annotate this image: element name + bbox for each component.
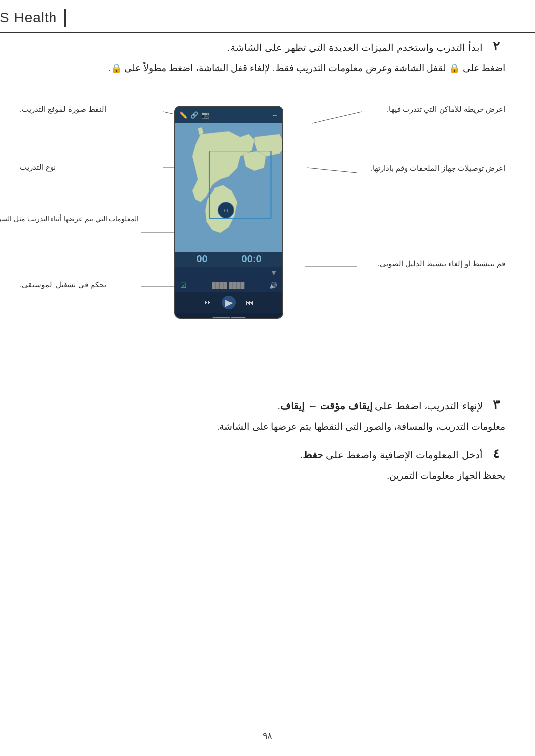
step-3-line: لإنهاء التدريب، اضغط على إيقاف مؤقت ← إي… — [30, 398, 505, 414]
main-content: ابدأ التدرب واستخدم الميزات العديدة التي… — [0, 0, 535, 513]
prev-icon: ⏮ — [246, 298, 254, 307]
step-3-bold1: إيقاف مؤقت — [320, 401, 373, 411]
step-4-bold: حفظ. — [300, 450, 323, 460]
edit-icon: ✏️ — [179, 111, 187, 119]
page-number: ٩٨ — [263, 730, 272, 741]
song-name: ████ █████ — [213, 317, 246, 319]
lock-icon-2: 🔒 — [111, 63, 122, 73]
step-3-main-text: لإنهاء التدريب، اضغط على إيقاف مؤقت ← إي… — [278, 398, 482, 414]
annotation-info-label: المعلومات التي يتم عرضها أثناء التدريب م… — [20, 214, 139, 224]
annotation-type-label: نوع التدريب — [20, 163, 56, 172]
step-2-sub-part2: لقفل الشاشة وعرض معلومات التدريب فقط. لإ… — [122, 63, 449, 73]
svg-line-2 — [307, 168, 357, 173]
step-3-arrow: ← — [305, 401, 320, 411]
step-2-block: ابدأ التدرب واستخدم الميزات العديدة التي… — [30, 40, 505, 76]
step-4-number: ٤ — [487, 446, 505, 461]
phone-audio-row: 🔊 ████ ████ ☑ — [175, 279, 282, 292]
step-4-main-text: أدخل المعلومات الإضافية واضغط على حفظ. — [300, 447, 482, 463]
phone-screen: ← 📷 🔗 ✏️ — [174, 106, 283, 319]
svg-text:⊙: ⊙ — [224, 208, 228, 214]
stat-1: 00:0 — [242, 253, 262, 265]
step-3-number: ٣ — [487, 397, 505, 412]
step-2-line: ابدأ التدرب واستخدم الميزات العديدة التي… — [30, 40, 505, 55]
phone-top-bar: ← 📷 🔗 ✏️ — [175, 107, 282, 123]
map-area: ⊙ — [175, 123, 282, 252]
audio-check: ☑ — [180, 281, 187, 289]
audio-label: ████ ████ — [212, 282, 244, 288]
svg-line-0 — [312, 112, 362, 123]
phone-dropdown-row: ▼ — [175, 267, 282, 279]
back-icon: ← — [272, 111, 278, 119]
next-icon: ⏭ — [204, 298, 212, 307]
phone-controls: ⏮ ▶ ⏭ — [175, 292, 282, 313]
step-2-main-text: ابدأ التدرب واستخدم الميزات العديدة التي… — [227, 40, 482, 55]
phone-song-row: ████ █████ — [175, 313, 282, 319]
diagram-area: ← 📷 🔗 ✏️ — [20, 91, 505, 378]
step-3-bold2: إيقاف — [280, 401, 305, 411]
step-3-block: لإنهاء التدريب، اضغط على إيقاف مؤقت ← إي… — [30, 398, 505, 435]
phone-top-left-icons: ← — [272, 111, 278, 119]
stat-2: 00 — [196, 253, 207, 265]
step-4-subtext: يحفظ الجهاز معلومات التمرين. — [30, 468, 505, 484]
audio-icon: 🔊 — [269, 282, 277, 289]
map-svg: ⊙ — [175, 123, 282, 252]
step-2-number: ٢ — [487, 39, 505, 54]
step-3-subtext: معلومات التدريب، والمسافة، والصور التي ا… — [30, 419, 505, 435]
play-icon: ▶ — [222, 296, 236, 309]
annotation-map-label: اعرض خريطة للأماكن التي تتدرب فيها. — [387, 105, 505, 114]
phone-top-right-icons: 📷 🔗 ✏️ — [179, 111, 209, 119]
lock-icon-1: 🔒 — [449, 63, 460, 73]
share-icon: 🔗 — [190, 111, 198, 119]
step-4-block: أدخل المعلومات الإضافية واضغط على حفظ. ٤… — [30, 447, 505, 484]
dropdown-arrow-down-1: ▼ — [270, 269, 277, 277]
step-2-sub-part1: اضغط على — [460, 63, 505, 73]
annotation-audio-label: قم بتنشيط أو إلغاء تنشيط الدليل الصوتي. — [381, 259, 505, 268]
camera-icon: 📷 — [201, 111, 209, 119]
annotation-photo-label: النقط صورة لموقع التدريب. — [20, 105, 106, 114]
step-3-part1: لإنهاء التدريب، اضغط على — [373, 401, 482, 411]
phone-stats-row: 00:0 00 — [175, 252, 282, 267]
step-4-line: أدخل المعلومات الإضافية واضغط على حفظ. ٤ — [30, 447, 505, 463]
annotation-music-label: تحكم في تشغيل الموسيقى. — [20, 280, 106, 289]
step-2-subtext: اضغط على 🔒 لقفل الشاشة وعرض معلومات التد… — [30, 60, 505, 76]
step-4-part1: أدخل المعلومات الإضافية واضغط على — [323, 450, 482, 460]
annotation-accessories-label: اعرض توصيلات جهاز الملحقات وقم بإدارتها. — [371, 163, 505, 174]
